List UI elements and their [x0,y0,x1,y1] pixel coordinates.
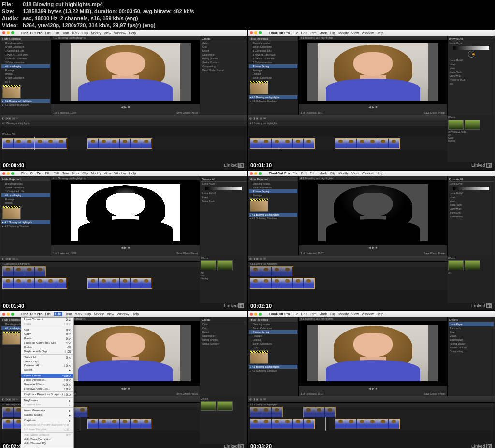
track-label: Window 505 [2,133,16,136]
inspector-item[interactable]: Spatial Conform [201,60,246,64]
luma-keyer-selected[interactable]: Luma Keyer [449,322,494,326]
frame-6: Final Cut Pro FileEditTrimMarkClipModify… [248,311,495,448]
timestamp: 00:01:10 [249,162,273,169]
save-preset-button[interactable]: Save Effects Preset [176,111,198,114]
menu-item[interactable]: Paste Attributes...⇧⌘V [21,378,73,382]
inspector-item[interactable]: Distort [201,49,246,53]
menu-item[interactable]: Delete⌫ [21,345,73,349]
menu-item[interactable]: Add Channel EQ [21,441,73,445]
menu-item[interactable]: Select All⌘A [21,355,73,360]
menu-item[interactable]: Insert Generator▸ [21,408,73,413]
sidebar-item[interactable]: Smart Collections [1,76,50,80]
inspector-header: Effects [201,37,246,41]
luma-keyer-label[interactable]: Luma Keyer [449,41,494,45]
viewer: 4.1 Blowing out highlights ◀ ▶ ■ 1 of 1 … [51,36,200,115]
inspector-item[interactable]: Crop [201,45,246,49]
timeline[interactable]: 4.1 Blowing out highlights Window 505 [0,121,247,169]
menu-item[interactable]: Select ClipC [21,360,73,363]
effect-thumb[interactable] [448,120,464,130]
menu-clip[interactable]: Clip [82,31,88,35]
menu-window[interactable]: Window [114,31,126,35]
clip-row[interactable]: ▸ 4.2 Softening Shadows [1,103,50,107]
timeline-toolbar[interactable]: ◐ ◑ ▣ ▤ ⊞ [0,115,247,121]
inspector: Browse All Luma Keyer Luma Rolloff Inver… [447,36,495,115]
video-frame-matte [307,184,438,241]
menu-edit-open[interactable]: Edit [54,312,62,316]
luma-gradient[interactable] [453,46,489,50]
clip-row[interactable]: ▸ 4.1 Blowing out highlights [1,99,50,103]
sidebar-item[interactable]: Footage [1,68,50,72]
inspector-item[interactable]: Stabilization [201,53,246,57]
effects-header: Effects [448,116,494,119]
frame-1: Final Cut Pro File Edit Trim Mark Clip M… [0,29,248,170]
menu-item[interactable]: Captions▸ [21,419,73,423]
menu-item[interactable]: Deselect All⇧⌘A [21,363,73,368]
menu-item[interactable]: Paste as Connected Clip⌥V [21,341,73,345]
menu-item[interactable]: Connect Title▸ [21,447,73,448]
menu-item[interactable]: Source Media▸ [21,413,73,417]
menu-trim[interactable]: Trim [62,31,69,35]
menu-help[interactable]: Help [129,31,136,35]
viewer-canvas[interactable] [51,40,200,104]
sidebar-item[interactable]: 2 Blends…channels [1,57,50,60]
playhead[interactable] [277,276,277,290]
timestamp: 00:03:20 [249,443,273,448]
playhead[interactable] [78,417,78,431]
sidebar-item[interactable]: 5 | 6 [1,80,50,84]
menu-modify[interactable]: Modify [91,31,101,35]
playhead[interactable] [34,137,35,150]
sidebar-header: Hide Rejected [1,37,50,41]
viewer-title: 4.1 Blowing out highlights [53,36,86,39]
sidebar-item[interactable]: 1 Completed Lifts [1,49,50,53]
menu-item: Redo⇧⌘Z [21,322,73,326]
clip-strip[interactable] [87,138,152,149]
menu-item[interactable]: Replace with Gap⇧⌫ [21,349,73,354]
sidebar-item-selected[interactable]: 4 Luma Keying [1,64,50,68]
sidebar-item[interactable]: Blending modes [1,41,50,45]
inspector-item[interactable]: Rolling Shutter [201,57,246,60]
sidebar-item[interactable]: 1 How Ab…dea work [1,53,50,57]
inspector: Effects Color Crop Distort Stabilization… [200,36,247,115]
playhead[interactable] [25,267,25,276]
inspector-item[interactable]: Color [201,41,246,45]
menu-item[interactable]: Paste Effects⌥⌘V [21,374,73,378]
playhead[interactable] [282,137,282,150]
sidebar-item[interactable]: untitled [1,72,50,76]
video-frame [60,43,190,101]
watermark: Linkedin [224,163,244,168]
app-name: Final Cut Pro [21,31,43,35]
menu-mark[interactable]: Mark [72,31,80,35]
sidebar-item[interactable]: 3 Color correction [1,60,50,64]
menu-edit[interactable]: Edit [54,31,59,35]
edit-dropdown: Undo Connect⌘ZRedo⇧⌘ZCut⌘XCopy⌘CPaste⌘VP… [21,317,74,448]
menu-item[interactable]: Keyframes▸ [21,398,73,403]
inspector-item[interactable]: Compositing [201,64,246,68]
timestamp: 00:02:10 [249,303,273,309]
clip-thumbnail[interactable] [2,85,21,98]
menu-item[interactable]: Cut⌘X [21,328,73,332]
mac-menubar: Final Cut Pro File Edit Trim Mark Clip M… [0,30,247,36]
menu-item[interactable]: Copy⌘C [21,332,73,336]
effect-thumb[interactable] [465,120,480,130]
clip-strip[interactable] [2,138,67,149]
timestamp: 00:00:40 [1,162,26,169]
selection-status: 1 of 1 selected, 19:07 [53,111,76,114]
color-wheel-icon[interactable] [468,51,475,58]
browser-sidebar: Hide Rejected Blending modes Smart Colle… [0,36,51,115]
luma-gradient[interactable] [205,187,241,190]
menu-item[interactable]: Undo Connect⌘Z [21,318,73,322]
menu-item[interactable]: Remove Attributes...⇧⌘X [21,387,73,391]
menu-item[interactable]: Remove Effects⌥⌘X [21,382,73,387]
menu-item[interactable]: Paste⌘V [21,336,73,341]
playhead[interactable] [325,417,326,431]
menu-item[interactable]: Add Color Correction [21,437,73,441]
menu-file[interactable]: File [45,31,51,35]
menu-view[interactable]: View [104,31,111,35]
menu-item[interactable]: Select▸ [21,368,73,372]
sidebar-item[interactable]: Smart Collections [1,45,50,49]
app-name: Final Cut Pro [269,31,290,35]
viewer-controls[interactable]: ◀ ▶ ■ [51,104,200,110]
menu-item: Connect Title▸ [21,403,73,407]
frame-4: Final Cut Pro FileEditTrimMarkClipModify… [248,170,495,311]
menu-item[interactable]: Duplicate Project as Snapshot⇧⌘D [21,392,73,397]
